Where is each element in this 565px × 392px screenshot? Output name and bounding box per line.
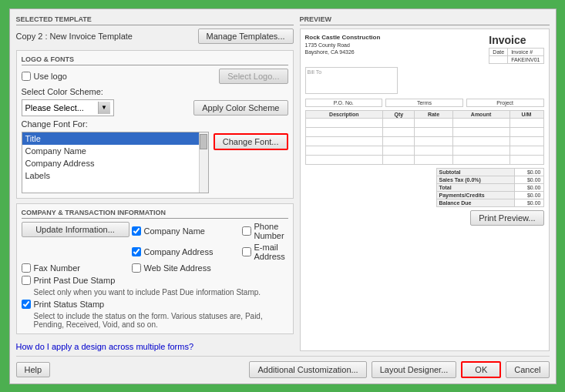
help-button[interactable]: Help (16, 362, 51, 377)
company-section-label: COMPANY & TRANSACTION INFORMATION (22, 209, 288, 219)
fax-number-checkbox-label[interactable]: Fax Number (22, 263, 129, 273)
company-address-label: Company Address (144, 247, 214, 256)
font-item-company-address[interactable]: Company Address (22, 157, 199, 169)
email-address-checkbox[interactable] (242, 247, 251, 256)
font-item-title[interactable]: Title (22, 132, 199, 145)
sales-tax-label: Sales Tax (0.0%) (436, 176, 514, 183)
line-item-row-1 (305, 118, 543, 127)
company-name-label: Company Name (144, 226, 205, 236)
scrollbar-thumb[interactable] (200, 134, 207, 149)
font-item-company-name[interactable]: Company Name (22, 145, 199, 157)
company-section: COMPANY & TRANSACTION INFORMATION Compan… (16, 203, 294, 334)
change-font-button[interactable]: Change Font... (214, 133, 288, 150)
payments-row: Payments/Credits $0.00 (436, 191, 543, 199)
po-terms-row: P.O. No. Terms Project (305, 99, 544, 107)
font-list: Title Company Name Company Address Label… (22, 132, 199, 193)
past-due-stamp-desc: Select only when you want to include Pas… (34, 288, 288, 297)
color-scheme-value: Please Select... (25, 103, 98, 112)
phone-number-label: Phone Number (254, 222, 288, 240)
invoice-title-area: Invoice Date Invoice # FAKEINV01 (489, 34, 543, 64)
font-item-labels[interactable]: Labels (22, 169, 199, 182)
preview-company-name: Rock Castle Construction (305, 34, 381, 42)
website-label: Web Site Address (144, 263, 211, 273)
invoice-title: Invoice (489, 34, 543, 46)
payments-label: Payments/Credits (436, 191, 514, 199)
past-due-stamp-checkbox-label[interactable]: Print Past Due Stamp (22, 276, 288, 285)
status-stamp-desc: Select to include the status on the form… (34, 312, 288, 329)
color-scheme-label: Select Color Scheme: (22, 87, 103, 96)
right-panel: PREVIEW Rock Castle Construction 1735 Co… (300, 15, 550, 351)
terms-cell: Terms (385, 99, 463, 107)
manage-templates-button[interactable]: Manage Templates... (198, 28, 294, 44)
email-address-label: E-mail Address (254, 243, 288, 261)
status-stamp-label: Print Status Stamp (34, 300, 105, 309)
apply-color-scheme-button[interactable]: Apply Color Scheme (193, 100, 288, 116)
use-logo-checkbox[interactable] (22, 72, 31, 81)
print-preview-button[interactable]: Print Preview... (470, 210, 543, 226)
additional-customization-button[interactable]: Additional Customization... (249, 361, 366, 378)
past-due-stamp-checkbox[interactable] (22, 276, 31, 285)
subtotal-row: Subtotal $0.00 (436, 168, 543, 176)
date-header: Date (489, 48, 508, 55)
update-information-button[interactable]: Update Information... (22, 222, 129, 237)
font-list-wrapper: Title Company Name Company Address Label… (22, 132, 209, 193)
fax-number-label: Fax Number (34, 263, 81, 273)
line-item-row-4 (305, 146, 543, 155)
select-logo-button[interactable]: Select Logo... (219, 69, 288, 84)
company-grid: Company Name Phone Number Update Informa… (22, 222, 288, 273)
date-value (489, 55, 508, 63)
ok-button[interactable]: OK (461, 361, 501, 378)
company-name-checkbox-label[interactable]: Company Name (132, 222, 240, 240)
company-name-checkbox[interactable] (132, 226, 141, 236)
logo-left: Use logo (22, 72, 67, 81)
use-logo-checkbox-label[interactable]: Use logo (22, 72, 67, 81)
print-section: Print Past Due Stamp Select only when yo… (22, 276, 288, 329)
invoice-header: Rock Castle Construction 1735 County Roa… (305, 34, 544, 64)
website-checkbox-label[interactable]: Web Site Address (132, 263, 240, 273)
company-address-checkbox-label[interactable]: Company Address (132, 243, 240, 261)
selected-template-section: SELECTED TEMPLATE Copy 2 : New Invoice T… (16, 15, 294, 45)
left-panel: SELECTED TEMPLATE Copy 2 : New Invoice T… (16, 15, 294, 351)
template-name: Copy 2 : New Invoice Template (16, 32, 133, 41)
use-logo-label: Use logo (34, 72, 67, 81)
color-scheme-dropdown[interactable]: Please Select... ▼ (22, 99, 114, 116)
cancel-button[interactable]: Cancel (506, 361, 549, 378)
logo-fonts-label: LOGO & FONTS (22, 55, 288, 65)
layout-designer-button[interactable]: Layout Designer... (372, 361, 457, 378)
balance-due-label: Balance Due (436, 199, 514, 206)
invoice-num-header: Invoice # (508, 48, 543, 55)
totals-table: Subtotal $0.00 Sales Tax (0.0%) $0.00 To… (436, 168, 544, 207)
past-due-stamp-label: Print Past Due Stamp (34, 276, 116, 285)
col-um: U/M (510, 110, 543, 118)
fax-number-checkbox[interactable] (22, 263, 31, 273)
po-no-cell: P.O. No. (305, 99, 383, 107)
font-list-scrollbar[interactable] (199, 132, 208, 193)
bill-to-box: Bill To (305, 67, 398, 94)
line-item-row-3 (305, 136, 543, 146)
preview-label: PREVIEW (300, 15, 550, 25)
company-address-checkbox[interactable] (132, 247, 141, 256)
total-value: $0.00 (514, 183, 543, 191)
phone-number-checkbox[interactable] (242, 226, 251, 236)
project-cell: Project (466, 99, 544, 107)
balance-due-row: Balance Due $0.00 (436, 199, 543, 206)
dropdown-arrow-icon: ▼ (98, 102, 110, 114)
main-dialog: SELECTED TEMPLATE Copy 2 : New Invoice T… (9, 8, 557, 384)
font-section: Title Company Name Company Address Label… (22, 132, 288, 193)
phone-number-checkbox-label[interactable]: Phone Number (242, 222, 288, 240)
bottom-buttons: Help Additional Customization... Layout … (16, 356, 550, 378)
preview-address2: Bayshore, CA 94326 (305, 49, 381, 55)
status-stamp-checkbox[interactable] (22, 300, 31, 309)
balance-due-value: $0.00 (514, 199, 543, 206)
total-label: Total (436, 183, 514, 191)
selected-template-label: SELECTED TEMPLATE (16, 15, 294, 25)
help-link[interactable]: How do I apply a design across multiple … (16, 342, 294, 351)
col-qty: Qty (383, 110, 415, 118)
col-amount: Amount (452, 110, 510, 118)
email-address-checkbox-label[interactable]: E-mail Address (242, 243, 288, 261)
website-checkbox[interactable] (132, 263, 141, 273)
change-font-for-label: Change Font For: (22, 119, 88, 129)
status-stamp-checkbox-label[interactable]: Print Status Stamp (22, 300, 288, 309)
payments-value: $0.00 (514, 191, 543, 199)
bill-to-label: Bill To (308, 69, 395, 75)
